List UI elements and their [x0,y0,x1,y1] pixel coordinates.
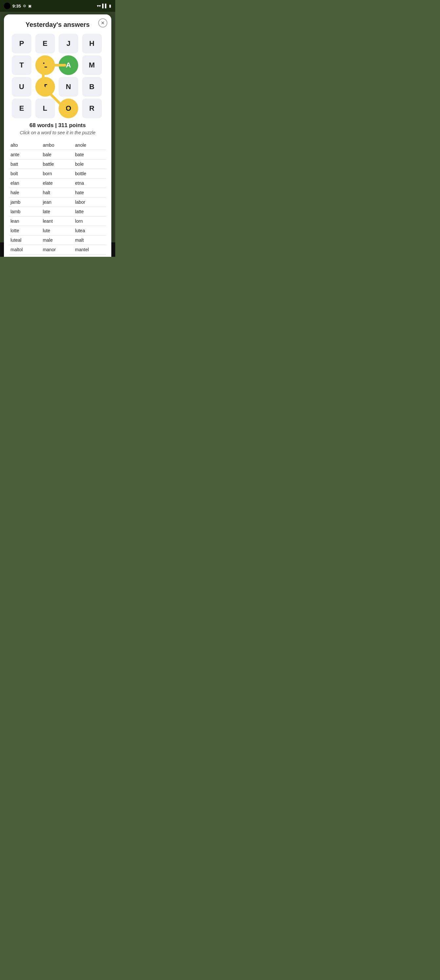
word-item[interactable]: bottle [74,169,106,178]
stats-line: 68 words | 311 points [9,122,106,129]
sim-icon: ▣ [28,4,32,8]
word-item[interactable]: leant [41,216,74,226]
app-background: ? 272 ✕ Yesterday's answers P E J H T [0,12,115,242]
letter-cell-A[interactable]: A [59,56,78,75]
letter-cell-E2[interactable]: E [12,99,32,118]
word-item[interactable]: batt [9,159,41,169]
wifi-icon: ▾▾ [97,3,101,8]
status-right: ▾▾ ▌▌ ▮ [97,3,111,8]
modal-title: Yesterday's answers [9,21,106,29]
word-item[interactable]: etna [74,178,106,188]
word-item[interactable]: late [41,207,74,216]
word-item[interactable]: hate [74,188,106,197]
camera-dot [4,3,11,9]
word-item[interactable]: halt [41,188,74,197]
letter-grid: P E J H T L A M U T N B E L [12,34,103,118]
word-item[interactable]: jamb [9,197,41,207]
letter-cell-J[interactable]: J [59,34,78,53]
letter-cell-U[interactable]: U [12,77,32,97]
word-item[interactable]: mantle [9,255,41,257]
word-item[interactable]: mate [74,255,106,257]
word-item[interactable]: ante [9,150,41,159]
word-item[interactable]: mantel [74,245,106,255]
word-item[interactable]: elate [41,178,74,188]
letter-cell-O[interactable]: O [59,99,78,118]
word-item[interactable]: hale [9,188,41,197]
word-item[interactable]: bale [41,150,74,159]
word-item[interactable]: born [41,169,74,178]
word-item[interactable]: manor [41,245,74,255]
word-item[interactable]: bole [74,159,106,169]
letter-cell-M[interactable]: M [82,56,102,75]
battery-icon: ▮ [109,3,111,8]
modal-close-button[interactable]: ✕ [98,18,107,27]
word-item[interactable]: mantlet [41,255,74,257]
word-item[interactable]: lorn [74,216,106,226]
letter-cell-H[interactable]: H [82,34,102,53]
word-item[interactable]: maltol [9,245,41,255]
word-item[interactable]: lamb [9,207,41,216]
letter-cell-B[interactable]: B [82,77,102,97]
letter-cell-L2[interactable]: L [35,99,55,118]
modal-overlay: ✕ Yesterday's answers P E J H T L A M [0,12,115,242]
word-item[interactable]: battle [41,159,74,169]
word-item[interactable]: lute [41,226,74,235]
letter-cell-R[interactable]: R [82,99,102,118]
word-item[interactable]: jean [41,197,74,207]
settings-icon: ⚙ [23,4,26,8]
click-hint: Click on a word to see it in the puzzle [9,130,106,135]
word-item[interactable]: luteal [9,235,41,245]
words-grid: altoamboanoleantebalebatebattbattleboleb… [9,140,106,257]
letter-cell-E[interactable]: E [35,34,55,53]
status-left: 9:35 ⚙ ▣ [4,3,32,9]
word-item[interactable]: labor [74,197,106,207]
letter-grid-container: P E J H T L A M U T N B E L [12,34,103,118]
letter-cell-T1[interactable]: T [12,56,32,75]
word-item[interactable]: male [41,235,74,245]
word-item[interactable]: bolt [9,169,41,178]
word-item[interactable]: lean [9,216,41,226]
word-item[interactable]: elan [9,178,41,188]
word-item[interactable]: latte [74,207,106,216]
word-item[interactable]: anole [74,140,106,150]
word-item[interactable]: lutea [74,226,106,235]
letter-cell-P[interactable]: P [12,34,32,53]
word-item[interactable]: malt [74,235,106,245]
word-item[interactable]: alto [9,140,41,150]
letter-cell-L1[interactable]: L [35,56,55,75]
letter-cell-N[interactable]: N [59,77,78,97]
status-bar: 9:35 ⚙ ▣ ▾▾ ▌▌ ▮ [0,0,115,12]
signal-icon: ▌▌ [102,3,108,8]
word-item[interactable]: bate [74,150,106,159]
word-item[interactable]: lotte [9,226,41,235]
answers-modal: ✕ Yesterday's answers P E J H T L A M [4,14,111,257]
word-item[interactable]: ambo [41,140,74,150]
status-time: 9:35 [13,3,21,8]
letter-cell-T2[interactable]: T [35,77,55,97]
